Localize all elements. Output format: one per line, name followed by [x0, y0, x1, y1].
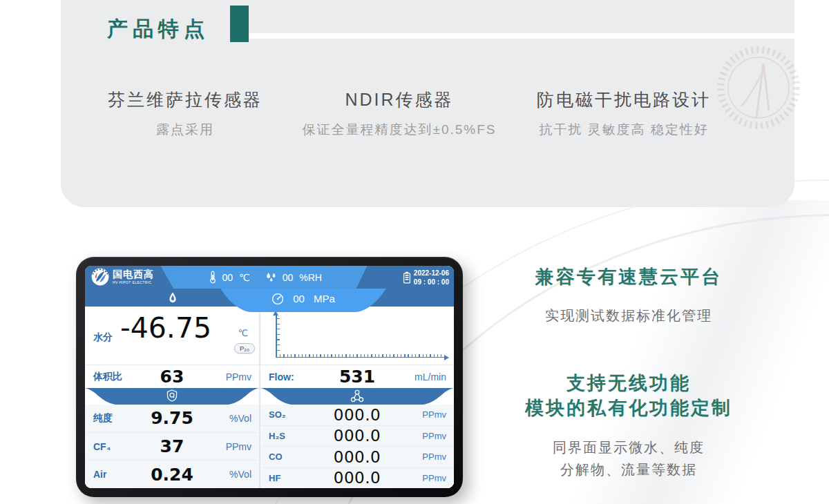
device-screen: 国电西高 HV HIPOT ELECTRIC 00 ℃ — [85, 266, 454, 488]
cf4-unit: PPmv — [226, 441, 251, 452]
volume-ratio-unit: PPmv — [226, 371, 251, 382]
hf-row: HF 000.0 PPmv — [260, 468, 454, 489]
pressure-tab: 00 MPa — [220, 289, 386, 312]
flow-label: Flow: — [269, 371, 294, 382]
page: 产品特点 芬兰维萨拉传感器 露点采用 NDIR传感器 保证全量程精度达到±0.5… — [0, 0, 829, 504]
purity-ribbon — [85, 388, 259, 405]
volume-ratio-label: 体积比 — [93, 371, 122, 383]
block-desc-line: 分解物、流量等数据 — [494, 458, 763, 481]
left-column: 水分 -46.75 ℃ P₂₀ 体积比 63 PPmv — [85, 307, 259, 488]
time-text: 09 : 00 : 00 — [414, 278, 449, 287]
title-accent-block — [230, 6, 249, 42]
humidity-drops-icon — [265, 272, 277, 282]
chart-x-ticks — [280, 354, 441, 357]
flow-chart — [260, 307, 454, 365]
brand-subtitle: HV HIPOT ELECTRIC — [113, 280, 154, 284]
purity-unit: %Vol — [229, 413, 251, 424]
feature-subtitle: 抗干扰 灵敏度高 稳定性好 — [506, 121, 741, 139]
statusbar: 国电西高 HV HIPOT ELECTRIC 00 ℃ — [85, 266, 454, 289]
hf-unit: PPmv — [422, 473, 446, 483]
h2s-unit: PPmv — [422, 431, 446, 441]
moisture-value: -46.75 — [111, 311, 220, 345]
h2s-row: H₂S 000.0 PPmv — [260, 426, 454, 447]
right-column: Flow: 531 mL/min — [260, 307, 454, 488]
block-title-line: 支持无线功能 — [494, 371, 763, 396]
so2-row: SO₂ 000.0 PPmv — [260, 405, 454, 426]
so2-unit: PPmv — [422, 409, 446, 420]
air-label: Air — [93, 469, 106, 480]
wireless-module-block: 支持无线功能 模块的私有化功能定制 同界面显示微水、纯度 分解物、流量等数据 — [494, 371, 763, 481]
feature-title: NDIR传感器 — [268, 88, 531, 111]
feature-subtitle: 保证全量程精度达到±0.5%FS — [268, 121, 531, 139]
temp-value: 00 — [222, 272, 233, 283]
feature-emi-circuit: 防电磁干扰电路设计 抗干扰 灵敏度高 稳定性好 — [506, 88, 741, 139]
so2-label: SO₂ — [269, 409, 286, 420]
feature-vaisala-sensor: 芬兰维萨拉传感器 露点采用 — [82, 88, 289, 139]
moisture-panel: 水分 -46.75 ℃ P₂₀ — [85, 307, 259, 365]
feature-subtitle: 露点采用 — [82, 121, 289, 139]
air-row: Air 0.24 %Vol — [85, 461, 259, 488]
h2s-label: H₂S — [269, 431, 285, 441]
cf4-row: CF₄ 37 PPmv — [85, 433, 259, 461]
block-title-line: 模块的私有化功能定制 — [494, 396, 763, 420]
block-title: 兼容专有速慧云平台 — [501, 264, 756, 289]
gauge-icon — [271, 293, 284, 305]
shield-icon — [166, 389, 178, 402]
p20-badge: P₂₀ — [234, 343, 255, 353]
humidity-unit: %RH — [299, 272, 322, 283]
gas-section: SO₂ 000.0 PPmv H₂S 000.0 PPmv CO 000.0 — [260, 405, 454, 488]
pressure-unit: MPa — [314, 293, 335, 304]
purity-section: 纯度 9.75 %Vol CF₄ 37 PPmv Air 0.24 %V — [85, 405, 259, 488]
feature-ndir-sensor: NDIR传感器 保证全量程精度达到±0.5%FS — [268, 88, 531, 139]
temp-unit: ℃ — [239, 272, 250, 283]
moisture-label: 水分 — [93, 331, 113, 344]
volume-ratio-row: 体积比 63 PPmv — [85, 365, 259, 388]
battery-icon — [403, 271, 411, 284]
subheader-band: 00 MPa — [85, 289, 454, 307]
env-readouts: 00 ℃ 00 %RH — [162, 266, 369, 289]
page-title: 产品特点 — [107, 15, 209, 43]
humidity-value: 00 — [283, 272, 294, 283]
feature-title: 芬兰维萨拉传感器 — [82, 88, 289, 111]
air-unit: %Vol — [229, 469, 251, 480]
clock-group: 2022-12-06 09 : 00 : 00 — [403, 269, 449, 287]
flow-row: Flow: 531 mL/min — [260, 365, 454, 388]
purity-row: 纯度 9.75 %Vol — [85, 405, 259, 433]
feature-title: 防电磁干扰电路设计 — [506, 88, 741, 111]
chart-y-ticks — [277, 318, 280, 355]
brand-logo-group: 国电西高 HV HIPOT ELECTRIC — [91, 268, 154, 286]
cloud-platform-block: 兼容专有速慧云平台 实现测试数据标准化管理 — [501, 264, 756, 327]
block-desc: 实现测试数据标准化管理 — [501, 304, 756, 327]
co-label: CO — [269, 452, 283, 462]
device-tablet: 国电西高 HV HIPOT ELECTRIC 00 ℃ — [76, 257, 463, 497]
flow-unit: mL/min — [414, 371, 446, 382]
date-text: 2022-12-06 — [414, 269, 449, 278]
watermark-seal-icon — [714, 43, 803, 133]
purity-label: 纯度 — [93, 412, 113, 425]
moisture-unit: ℃ — [238, 328, 248, 338]
title-accent-line — [249, 33, 794, 39]
water-drop-icon — [168, 291, 178, 304]
gas-ribbon — [260, 388, 454, 405]
screen-content: 水分 -46.75 ℃ P₂₀ 体积比 63 PPmv — [85, 307, 454, 488]
brand-logo-icon — [91, 268, 109, 286]
thermometer-icon — [209, 271, 216, 284]
molecule-icon — [350, 389, 364, 403]
co-unit: PPmv — [422, 452, 446, 462]
block-desc-line: 同界面显示微水、纯度 — [494, 436, 763, 458]
cf4-label: CF₄ — [93, 441, 111, 452]
pressure-value: 00 — [293, 293, 305, 304]
hf-label: HF — [269, 473, 280, 483]
chart-x-axis — [276, 357, 444, 358]
co-row: CO 000.0 PPmv — [260, 447, 454, 468]
features-card: 产品特点 芬兰维萨拉传感器 露点采用 NDIR传感器 保证全量程精度达到±0.5… — [61, 0, 794, 207]
brand-name: 国电西高 — [113, 269, 154, 279]
chart-x-arrow — [444, 355, 449, 360]
